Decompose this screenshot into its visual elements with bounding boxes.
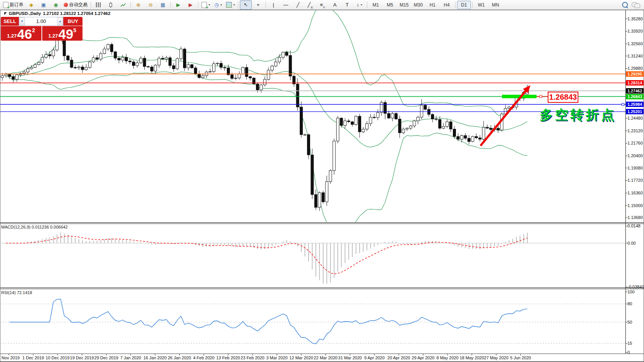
price-tick-label: 1.17720 <box>627 178 644 183</box>
mt4-window: +新订单◆▣◉自动交易⊕⊖▦▶▶+▾◷▾▾↖+|—╱╱E≡FAT↕▾M1M5M1… <box>0 0 644 362</box>
buy-button[interactable]: BUY <box>63 17 83 26</box>
one-click-trading-panel: SELL ▼ 1.00 ▲ BUY 1.27 46 2 1.27 49 5 <box>1 17 83 41</box>
price-tag-1.28314: 1.28314 <box>626 80 644 86</box>
date-label: 22 Mar 2020 <box>314 355 338 360</box>
buy-price-big: 49 <box>58 28 73 40</box>
price-tick-label: 1.31240 <box>627 54 644 58</box>
price-tick-label: 1.35280 <box>627 16 644 21</box>
date-label: 1 Dec 2019 <box>22 355 44 360</box>
leader-handle[interactable] <box>540 95 542 98</box>
price-tag-1.25984: 1.25984 <box>626 102 644 107</box>
date-label: 23 Feb 2020 <box>241 355 264 360</box>
date-label: 9 Apr 2020 <box>364 355 385 360</box>
chart-symbol-period: GBPUSD-,Daily <box>9 11 41 16</box>
price-tick-label: 1.33920 <box>627 29 644 33</box>
line-handle[interactable] <box>622 103 624 105</box>
price-chart-svg <box>0 0 644 362</box>
price-tag-1.25201: 1.25201 <box>626 109 644 114</box>
price-tick-label: 1.23120 <box>627 128 644 133</box>
rsi-axis-label: 15 <box>627 341 644 346</box>
macd-axis-label: 0.0148 <box>627 224 644 228</box>
volume-control: ▼ 1.00 ▲ <box>19 17 63 26</box>
rsi-axis-label: 0 <box>627 350 644 355</box>
price-tag-1.26843: 1.26843 <box>626 94 644 99</box>
date-label: 10 Dec 2019 <box>46 355 69 360</box>
price-tick-label: 1.29880 <box>627 66 644 71</box>
price-tick-label: 1.19080 <box>627 166 644 170</box>
bollinger-bands <box>6 5 528 231</box>
date-label: 7 Jan 2020 <box>120 355 141 360</box>
date-label: 5 Jun 2020 <box>510 355 531 360</box>
date-label: 19 Dec 2019 <box>70 355 94 360</box>
macd-histogram <box>2 233 527 284</box>
price-tick-label: 1.15000 <box>627 203 644 208</box>
buy-price-box[interactable]: 1.27 49 5 <box>42 26 83 41</box>
volume-down-button[interactable]: ▼ <box>19 17 25 25</box>
date-label: 4 Feb 2020 <box>193 355 215 360</box>
date-label: 26 Jan 2020 <box>168 355 191 360</box>
price-tick-label: 1.21760 <box>627 141 644 145</box>
sell-price-big: 46 <box>17 28 32 40</box>
level-annotation-box[interactable]: 1.26843 <box>548 92 578 103</box>
cn-note-text[interactable]: 多空转折点 <box>540 106 616 124</box>
chart-title: GBPUSD-,Daily 1.27102 1.28122 1.27054 1.… <box>4 11 111 16</box>
price-tick-label: 1.24480 <box>627 116 644 120</box>
rsi-line <box>10 299 527 344</box>
sell-price-box[interactable]: 1.27 46 2 <box>1 26 41 41</box>
date-label: 1 Nov 2019 <box>0 355 20 360</box>
macd-label: MACD(12,26,9) 0.011236 0.006642 <box>1 225 68 229</box>
date-label: 3 Mar 2020 <box>266 355 288 360</box>
macd-axis-label: -0.038415 <box>627 285 644 289</box>
chart-corner-icon <box>4 12 7 15</box>
rsi-axis-label: 50 <box>627 320 644 324</box>
sell-price-small: 1.27 <box>7 33 17 39</box>
price-tag-1.27462: 1.27462 <box>626 88 644 94</box>
date-label: 31 Mar 2020 <box>338 355 362 360</box>
volume-input[interactable]: 1.00 <box>25 17 57 25</box>
price-tick-label: 1.32560 <box>627 41 644 46</box>
date-label: 20 Apr 2020 <box>387 355 410 360</box>
volume-up-button[interactable]: ▲ <box>57 17 63 25</box>
date-label: 8 May 2020 <box>436 355 458 360</box>
price-tag-1.29295: 1.29295 <box>626 71 644 77</box>
sell-price-sup: 2 <box>32 27 35 33</box>
rsi-label: RSI(14) 72.1418 <box>1 290 32 295</box>
date-label: 29 Dec 2019 <box>94 355 118 360</box>
buy-price-small: 1.27 <box>48 33 58 39</box>
price-tick-label: 1.13680 <box>627 215 644 220</box>
buy-price-sup: 5 <box>73 27 76 33</box>
candles <box>1 32 529 211</box>
price-tick-label: 1.16360 <box>627 191 644 195</box>
sell-button[interactable]: SELL <box>1 17 19 26</box>
chart-canvas[interactable]: GBPUSD-,Daily 1.27102 1.28122 1.27054 1.… <box>0 0 644 362</box>
date-label: 27 May 2020 <box>484 355 509 360</box>
date-label: 29 Apr 2020 <box>412 355 434 360</box>
chart-ohlc-values: 1.27102 1.28122 1.27054 1.27462 <box>43 11 111 16</box>
price-tick-label: 1.20400 <box>627 153 644 158</box>
rsi-axis-label: 80 <box>627 301 644 306</box>
date-label: 18 May 2020 <box>460 355 484 360</box>
rsi-axis-label: 100 <box>627 290 644 294</box>
date-label: 16 Jan 2020 <box>144 355 167 360</box>
date-label: 13 Feb 2020 <box>216 355 240 360</box>
date-label: 12 Mar 2020 <box>289 355 313 360</box>
macd-axis-label: 0.00 <box>627 241 644 245</box>
macd-signal-line <box>6 236 528 274</box>
